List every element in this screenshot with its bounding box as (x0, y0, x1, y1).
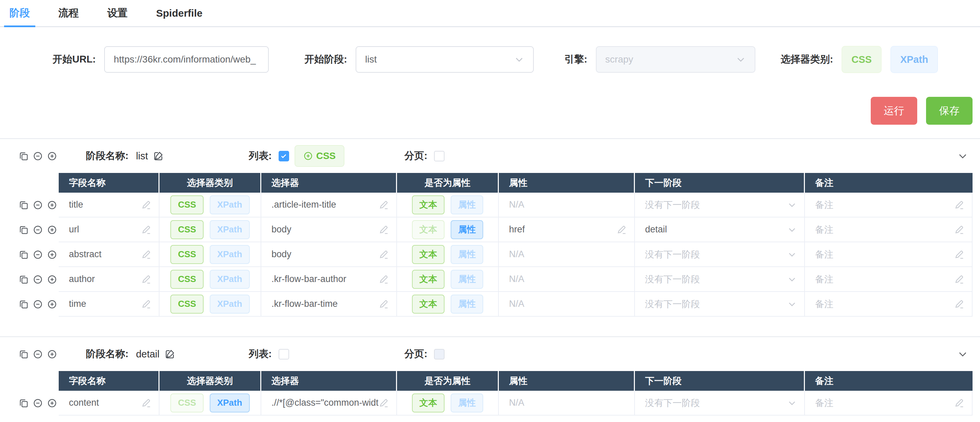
remark-cell[interactable]: 备注 (805, 391, 972, 416)
field-name-cell[interactable]: time (59, 292, 159, 316)
copy-icon[interactable] (19, 225, 29, 235)
list-checkbox[interactable] (278, 349, 289, 360)
start-url-input[interactable] (104, 46, 269, 73)
next-stage-select[interactable]: 没有下一阶段 (635, 267, 805, 292)
collapse-stage-icon[interactable] (957, 150, 968, 161)
attr-cell[interactable]: href (499, 217, 635, 242)
run-button[interactable]: 运行 (871, 97, 917, 125)
tab-stages[interactable]: 阶段 (4, 0, 35, 26)
edit-stage-name-icon[interactable] (153, 151, 164, 161)
selector-css-button[interactable]: CSS (842, 46, 881, 73)
add-list-css-button[interactable]: CSS (294, 145, 345, 167)
xpath-toggle[interactable]: XPath (210, 294, 250, 313)
attr-cell[interactable]: N/A (499, 242, 635, 267)
remove-row-icon[interactable] (33, 225, 43, 235)
edit-stage-name-icon[interactable] (165, 349, 175, 359)
text-toggle[interactable]: 文本 (412, 245, 444, 264)
next-stage-select[interactable]: 没有下一阶段 (635, 242, 805, 267)
remove-row-icon[interactable] (33, 299, 43, 309)
remove-row-icon[interactable] (33, 250, 43, 260)
add-row-icon[interactable] (47, 225, 57, 235)
text-toggle[interactable]: 文本 (412, 195, 444, 214)
field-name-cell[interactable]: abstract (59, 242, 159, 267)
text-toggle[interactable]: 文本 (412, 294, 444, 313)
xpath-toggle[interactable]: XPath (210, 220, 250, 239)
add-row-icon[interactable] (47, 275, 57, 285)
xpath-toggle[interactable]: XPath (210, 195, 250, 214)
tab-settings[interactable]: 设置 (102, 0, 133, 26)
remove-row-icon[interactable] (33, 398, 43, 408)
next-stage-select[interactable]: 没有下一阶段 (635, 193, 805, 217)
remove-stage-icon[interactable] (33, 349, 43, 359)
remark-cell[interactable]: 备注 (805, 267, 972, 292)
attr-toggle[interactable]: 属性 (451, 220, 483, 239)
css-toggle[interactable]: CSS (170, 195, 203, 214)
stage-name-label: 阶段名称: (86, 347, 129, 361)
copy-icon[interactable] (19, 398, 29, 408)
field-name-cell[interactable]: url (59, 217, 159, 242)
text-toggle[interactable]: 文本 (412, 220, 444, 239)
attr-cell[interactable]: N/A (499, 292, 635, 316)
xpath-toggle[interactable]: XPath (210, 393, 250, 412)
attr-toggle[interactable]: 属性 (451, 270, 483, 289)
next-stage-select[interactable]: 没有下一阶段 (635, 391, 805, 416)
attr-toggle[interactable]: 属性 (451, 294, 483, 313)
add-row-icon[interactable] (47, 398, 57, 408)
collapse-stage-icon[interactable] (957, 348, 968, 360)
pagination-checkbox[interactable] (434, 151, 444, 161)
field-name-cell[interactable]: title (59, 193, 159, 217)
selector-cell[interactable]: .kr-flow-bar-time (261, 292, 397, 316)
selector-cell[interactable]: body (261, 242, 397, 267)
css-toggle[interactable]: CSS (170, 245, 203, 264)
remark-cell[interactable]: 备注 (805, 193, 972, 217)
xpath-toggle[interactable]: XPath (210, 245, 250, 264)
copy-icon[interactable] (19, 275, 29, 285)
copy-icon[interactable] (19, 200, 29, 210)
remark-cell[interactable]: 备注 (805, 217, 972, 242)
css-toggle[interactable]: CSS (170, 393, 203, 412)
attr-cell[interactable]: N/A (499, 391, 635, 416)
attr-toggle[interactable]: 属性 (451, 195, 483, 214)
copy-icon[interactable] (19, 299, 29, 309)
css-toggle[interactable]: CSS (170, 220, 203, 239)
copy-icon[interactable] (19, 250, 29, 260)
remove-row-icon[interactable] (33, 275, 43, 285)
css-toggle[interactable]: CSS (170, 270, 203, 289)
edit-icon (617, 225, 627, 235)
xpath-toggle[interactable]: XPath (210, 270, 250, 289)
add-stage-icon[interactable] (47, 151, 57, 161)
start-stage-select[interactable]: list (356, 46, 534, 73)
selector-cell[interactable]: .article-item-title (261, 193, 397, 217)
attr-cell[interactable]: N/A (499, 193, 635, 217)
text-toggle[interactable]: 文本 (412, 270, 444, 289)
add-row-icon[interactable] (47, 250, 57, 260)
next-stage-select[interactable]: 没有下一阶段 (635, 292, 805, 316)
next-stage-select[interactable]: detail (635, 217, 805, 242)
selector-xpath-button[interactable]: XPath (891, 46, 938, 73)
add-row-icon[interactable] (47, 299, 57, 309)
field-name-cell[interactable]: author (59, 267, 159, 292)
field-name-cell[interactable]: content (59, 391, 159, 416)
list-checkbox[interactable] (278, 151, 289, 161)
selector-cell[interactable]: body (261, 217, 397, 242)
pagination-checkbox[interactable] (434, 349, 444, 360)
copy-icon[interactable] (19, 151, 29, 161)
text-toggle[interactable]: 文本 (412, 393, 444, 412)
save-button[interactable]: 保存 (926, 97, 972, 125)
add-stage-icon[interactable] (47, 349, 57, 359)
engine-select[interactable]: scrapy (596, 46, 756, 73)
tab-spiderfile[interactable]: Spiderfile (151, 0, 208, 26)
tab-flow[interactable]: 流程 (53, 0, 84, 26)
remark-cell[interactable]: 备注 (805, 242, 972, 267)
selector-cell[interactable]: .kr-flow-bar-author (261, 267, 397, 292)
attr-toggle[interactable]: 属性 (451, 393, 483, 412)
css-toggle[interactable]: CSS (170, 294, 203, 313)
add-row-icon[interactable] (47, 200, 57, 210)
remark-cell[interactable]: 备注 (805, 292, 972, 316)
attr-toggle[interactable]: 属性 (451, 245, 483, 264)
remove-stage-icon[interactable] (33, 151, 43, 161)
selector-cell[interactable]: .//*[@class="common-width c (261, 391, 397, 416)
copy-icon[interactable] (19, 349, 29, 359)
attr-cell[interactable]: N/A (499, 267, 635, 292)
remove-row-icon[interactable] (33, 200, 43, 210)
